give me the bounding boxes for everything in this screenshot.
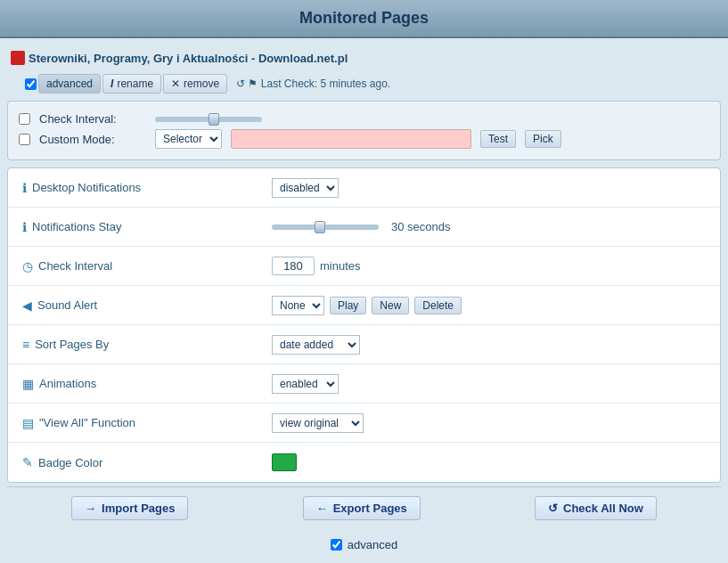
desktop-notifications-text: Desktop Notifications — [32, 181, 141, 194]
animations-text: Animations — [39, 377, 96, 390]
rename-button[interactable]: I rename — [102, 74, 161, 94]
last-check-text: Last Check: 5 minutes ago. — [261, 78, 390, 90]
play-button[interactable]: Play — [330, 297, 366, 314]
remove-label: remove — [184, 78, 219, 90]
remove-button[interactable]: ✕ remove — [163, 74, 227, 94]
rename-icon: I — [110, 78, 113, 90]
footer-advanced-label: advanced — [348, 538, 397, 551]
notifications-stay-control: 30 seconds — [272, 220, 451, 233]
badge-color-icon: ✎ — [22, 455, 33, 469]
rename-label: rename — [117, 78, 153, 90]
bottom-toolbar: → Import Pages ← Export Pages ↺ Check Al… — [7, 486, 721, 529]
page-header: Sterowniki, Programy, Gry i Aktualności … — [7, 45, 721, 70]
custom-mode-row: Custom Mode: Selector Test Pick — [19, 129, 709, 149]
title-bar: Monitored Pages — [0, 0, 728, 38]
notifications-stay-icon: ℹ — [22, 220, 27, 234]
test-button[interactable]: Test — [480, 130, 516, 148]
refresh-icon: ↺ — [236, 78, 245, 90]
badge-color-control[interactable] — [272, 453, 297, 471]
info-icon: ℹ — [22, 181, 27, 195]
badge-color-row: ✎ Badge Color — [8, 443, 720, 482]
view-all-control[interactable]: view original view changes — [272, 413, 364, 433]
badge-color-swatch[interactable] — [272, 453, 297, 471]
page-favicon — [11, 51, 25, 65]
view-all-text: "View All" Function — [39, 416, 135, 429]
sort-pages-control[interactable]: date added alphabetical last changed — [272, 335, 360, 355]
import-pages-button[interactable]: → Import Pages — [71, 496, 188, 520]
check-interval-unit: minutes — [320, 259, 361, 273]
check-interval-input[interactable] — [272, 257, 315, 275]
export-pages-button[interactable]: ← Export Pages — [303, 496, 421, 520]
advanced-panel: Check Interval: Custom Mode: Selector Te… — [7, 101, 721, 160]
check-interval-label: Check Interval: — [39, 112, 146, 126]
desktop-notifications-control[interactable]: disabled enabled — [272, 178, 339, 198]
notifications-slider-thumb[interactable] — [315, 221, 325, 233]
check-interval-slider-thumb[interactable] — [209, 113, 219, 126]
view-all-label: ▤ "View All" Function — [22, 416, 272, 430]
last-check: ↺ ⚑ Last Check: 5 minutes ago. — [236, 78, 390, 90]
sound-alert-label: ◀ Sound Alert — [22, 298, 272, 313]
desktop-notifications-select[interactable]: disabled enabled — [272, 178, 339, 198]
animations-select[interactable]: enabled disabled — [272, 374, 339, 394]
animations-row: ▦ Animations enabled disabled — [8, 364, 720, 404]
pin-icon: ⚑ — [248, 78, 258, 90]
check-interval-setting-control: minutes — [272, 257, 361, 275]
check-interval-checkbox[interactable] — [19, 113, 30, 125]
sound-alert-control: None Play New Delete — [272, 296, 462, 315]
sort-pages-select[interactable]: date added alphabetical last changed — [272, 335, 360, 355]
export-icon: ← — [316, 502, 328, 515]
check-interval-setting-row: ◷ Check Interval minutes — [8, 247, 720, 286]
remove-icon: ✕ — [171, 78, 180, 90]
notifications-stay-label: ℹ Notifications Stay — [22, 220, 272, 234]
page-url: Sterowniki, Programy, Gry i Aktualności … — [29, 52, 348, 65]
sort-pages-text: Sort Pages By — [35, 338, 109, 351]
custom-mode-checkbox[interactable] — [19, 134, 30, 145]
settings-section: ℹ Desktop Notifications disabled enabled… — [7, 167, 721, 483]
pick-button[interactable]: Pick — [525, 130, 561, 148]
view-all-row: ▤ "View All" Function view original view… — [8, 404, 720, 443]
check-all-icon: ↺ — [548, 502, 558, 515]
notifications-slider[interactable] — [272, 224, 379, 230]
app-title: Monitored Pages — [299, 9, 429, 27]
advanced-button[interactable]: advanced — [38, 74, 101, 94]
check-interval-setting-label: ◷ Check Interval — [22, 259, 272, 273]
animations-icon: ▦ — [22, 377, 34, 391]
advanced-checkbox[interactable] — [25, 78, 37, 90]
animations-control[interactable]: enabled disabled — [272, 374, 339, 394]
check-all-now-button[interactable]: ↺ Check All Now — [535, 496, 657, 520]
check-interval-row: Check Interval: — [19, 112, 709, 126]
notifications-stay-text: Notifications Stay — [32, 220, 121, 233]
delete-button[interactable]: Delete — [414, 297, 462, 314]
sort-pages-row: ≡ Sort Pages By date added alphabetical … — [8, 325, 720, 364]
notifications-stay-row: ℹ Notifications Stay 30 seconds — [8, 208, 720, 247]
badge-color-text: Badge Color — [38, 456, 102, 469]
view-all-icon: ▤ — [22, 416, 34, 430]
footer-advanced: advanced — [7, 529, 721, 560]
import-label: Import Pages — [102, 502, 175, 515]
sound-icon: ◀ — [22, 298, 32, 313]
clock-icon: ◷ — [22, 259, 33, 273]
new-button[interactable]: New — [372, 297, 409, 314]
import-icon: → — [85, 502, 96, 515]
notifications-stay-value: 30 seconds — [391, 220, 451, 233]
sound-alert-text: Sound Alert — [37, 298, 97, 312]
footer-advanced-checkbox[interactable] — [331, 539, 342, 551]
badge-color-label: ✎ Badge Color — [22, 455, 272, 469]
export-label: Export Pages — [333, 502, 407, 515]
check-interval-setting-text: Check Interval — [38, 259, 112, 273]
sort-icon: ≡ — [22, 338, 29, 352]
selector-input[interactable] — [231, 129, 471, 149]
desktop-notifications-label: ℹ Desktop Notifications — [22, 181, 272, 195]
toolbar: advanced I rename ✕ remove ↺ ⚑ Last Chec… — [7, 70, 721, 97]
sound-alert-select[interactable]: None — [272, 296, 324, 315]
selector-dropdown[interactable]: Selector — [155, 129, 222, 149]
animations-label: ▦ Animations — [22, 377, 272, 391]
view-all-select[interactable]: view original view changes — [272, 413, 364, 433]
custom-mode-label: Custom Mode: — [39, 133, 146, 146]
sound-alert-row: ◀ Sound Alert None Play New Delete — [8, 286, 720, 325]
desktop-notifications-row: ℹ Desktop Notifications disabled enabled — [8, 168, 720, 208]
sort-pages-label: ≡ Sort Pages By — [22, 338, 272, 352]
check-interval-slider-track[interactable] — [155, 117, 262, 122]
check-all-label: Check All Now — [563, 502, 643, 515]
